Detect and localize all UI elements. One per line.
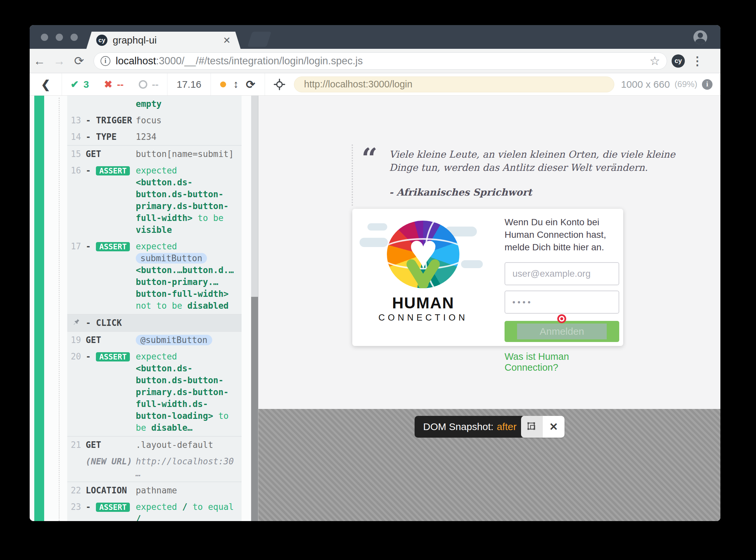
- brand-top: HUMAN: [352, 294, 494, 312]
- command-name: GET: [86, 439, 136, 451]
- selector-playground-icon[interactable]: [274, 79, 286, 91]
- cypress-extension-icon[interactable]: cy: [672, 55, 685, 67]
- profile-avatar-icon[interactable]: [693, 31, 707, 44]
- email-input[interactable]: [505, 262, 619, 285]
- quote-block: “ Viele kleine Leute, an vielen kleinen …: [352, 144, 694, 206]
- command-number: 15: [67, 148, 86, 160]
- close-window-icon[interactable]: [41, 34, 48, 41]
- password-input[interactable]: ••••: [505, 291, 619, 314]
- command-number: 14: [67, 131, 86, 143]
- command-number: 13: [67, 115, 86, 126]
- restart-tests-icon[interactable]: ⟳: [246, 78, 255, 91]
- failed-icon: ✖: [104, 79, 112, 90]
- passed-icon: ✔: [70, 79, 79, 90]
- forward-icon: →: [49, 54, 69, 68]
- reporter-scrollbar-thumb[interactable]: [251, 297, 258, 521]
- browser-tab[interactable]: cy graphql-ui ✕: [86, 32, 240, 49]
- window-titlebar: cy graphql-ui ✕: [30, 25, 720, 49]
- command-log-row[interactable]: 22LOCATIONpathname: [67, 482, 241, 499]
- command-number: 17: [67, 240, 86, 312]
- crowd-of-people: [362, 258, 484, 294]
- test-stats: ✔ 3 ✖ -- --: [62, 79, 167, 90]
- snapshot-highlight-toggle-button[interactable]: [521, 416, 543, 438]
- outside-viewport-area: DOM Snapshot: after: [258, 409, 720, 521]
- command-name: - TRIGGER: [86, 115, 136, 126]
- url-host: localhost: [116, 55, 156, 67]
- command-message: pathname: [136, 484, 241, 496]
- address-bar[interactable]: i localhost :3000/__/#/tests/integration…: [93, 53, 667, 69]
- browser-navigation-bar: ← → ⟳ i localhost :3000/__/#/tests/integ…: [30, 49, 720, 73]
- command-message: [136, 317, 241, 329]
- snapshot-controls: ✕: [521, 416, 565, 438]
- viewport-controls: ↕ ⟳: [211, 78, 265, 91]
- command-log-row[interactable]: 19GET@submitButton: [67, 332, 241, 348]
- element-highlight-overlay: Anmelden: [517, 323, 607, 339]
- avatar-body: [695, 39, 705, 44]
- command-number: 20: [67, 351, 86, 434]
- command-log-sidebar: empty13- TRIGGERfocus14- TYPE123415GETbu…: [30, 96, 258, 521]
- command-log-row[interactable]: 13- TRIGGERfocus: [67, 112, 241, 128]
- command-message: expected <button.ds-button.ds-button-pri…: [136, 351, 241, 434]
- command-log-row[interactable]: (NEW URL)http://localhost:30…: [67, 453, 241, 482]
- bookmark-star-icon[interactable]: ☆: [644, 54, 660, 68]
- command-log-row[interactable]: 17- ASSERTexpected submitButton <button.…: [67, 238, 241, 315]
- snapshot-label: DOM Snapshot:: [423, 421, 493, 432]
- command-log-row[interactable]: 14- TYPE1234: [67, 128, 241, 146]
- page-info-icon[interactable]: i: [101, 56, 110, 66]
- command-log-row[interactable]: - CLICK: [67, 315, 241, 332]
- collapse-reporter-icon[interactable]: ❮: [30, 78, 62, 91]
- failed-count: --: [117, 79, 124, 90]
- assert-badge: ASSERT: [96, 352, 130, 361]
- pending-count: --: [152, 79, 159, 90]
- anmelden-button-label: Anmelden: [540, 326, 584, 337]
- command-number: [67, 456, 86, 479]
- reporter-scrollbar[interactable]: [251, 96, 258, 521]
- maximize-window-icon[interactable]: [70, 34, 78, 41]
- scroll-indicator-icon: ↕: [233, 78, 238, 91]
- command-message: http://localhost:30…: [136, 456, 241, 479]
- cloud-shape: [360, 238, 388, 247]
- minimize-window-icon[interactable]: [56, 34, 63, 41]
- command-number: 19: [67, 334, 86, 346]
- assert-badge: ASSERT: [96, 503, 130, 512]
- command-name: - ASSERT: [86, 240, 136, 312]
- cypress-favicon-icon: cy: [96, 35, 107, 46]
- command-name: [86, 98, 136, 110]
- command-message: 1234: [136, 131, 241, 143]
- brand-bottom: CONNECTION: [352, 313, 494, 323]
- back-icon[interactable]: ←: [30, 54, 49, 68]
- window-controls[interactable]: [41, 34, 78, 41]
- what-is-human-connection-link[interactable]: Was ist Human Connection?: [505, 351, 619, 373]
- log-dotted-line: [59, 98, 60, 521]
- quote-mark-icon: “: [361, 144, 377, 172]
- command-log-row[interactable]: empty: [67, 96, 241, 112]
- command-name: LOCATION: [86, 484, 136, 496]
- passed-count: 3: [83, 79, 89, 90]
- anmelden-button[interactable]: Anmelden: [505, 321, 619, 342]
- command-log-row[interactable]: 20- ASSERTexpected <button.ds-button.ds-…: [67, 348, 241, 437]
- command-number: 23: [67, 501, 86, 521]
- assert-badge: ASSERT: [96, 242, 130, 251]
- dom-snapshot-tooltip: DOM Snapshot: after: [415, 416, 525, 438]
- command-log-row[interactable]: 16- ASSERTexpected <button.ds-button.ds-…: [67, 162, 241, 238]
- command-message: .layout-default: [136, 439, 241, 451]
- aut-url-field[interactable]: http://localhost:3000/login: [294, 77, 615, 92]
- test-duration: 17.16: [167, 79, 211, 90]
- command-message: expected <button.ds-button.ds-button-pri…: [136, 164, 241, 236]
- browser-menu-icon[interactable]: ⋮: [685, 54, 711, 68]
- command-log-row[interactable]: 23- ASSERTexpected / to equal /: [67, 499, 241, 521]
- snapshot-close-button[interactable]: ✕: [543, 416, 565, 438]
- tab-close-icon[interactable]: ✕: [223, 35, 231, 46]
- reload-icon[interactable]: ⟳: [69, 54, 89, 68]
- viewport-info-icon[interactable]: i: [702, 79, 713, 90]
- command-message: expected / to equal /: [136, 501, 241, 521]
- command-message: @submitButton: [136, 334, 241, 346]
- command-log-row[interactable]: 21GET.layout-default: [67, 437, 241, 453]
- quote-text: Viele kleine Leute, an vielen kleinen Or…: [389, 148, 694, 174]
- login-intro-text: Wenn Du ein Konto bei Human Connection h…: [505, 216, 619, 254]
- command-log-row[interactable]: 15GETbutton[name=submit]: [67, 146, 241, 162]
- command-name: - ASSERT: [86, 351, 136, 434]
- new-tab-button[interactable]: [248, 32, 272, 47]
- quote-attribution: - Afrikanisches Sprichwort: [389, 187, 694, 198]
- command-name: - CLICK: [86, 317, 136, 329]
